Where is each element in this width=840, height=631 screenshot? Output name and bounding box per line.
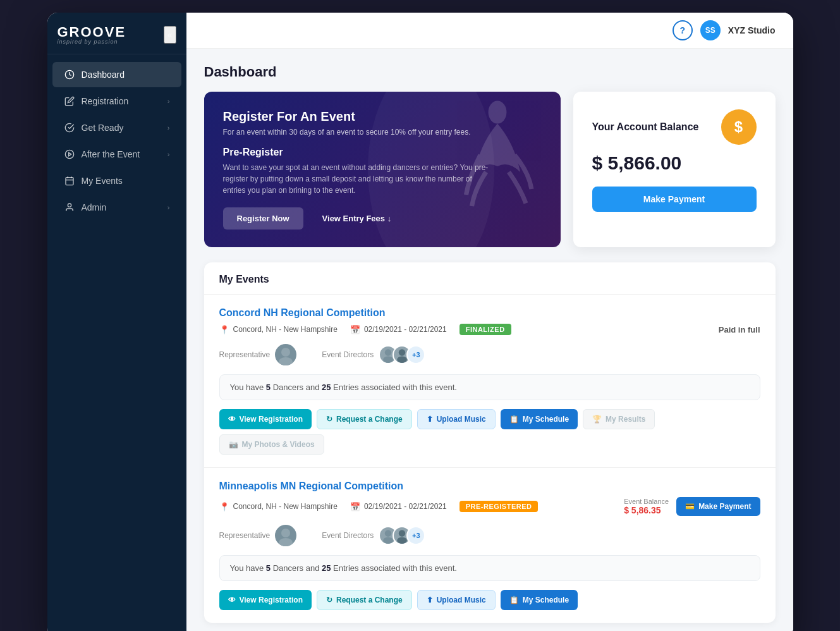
svg-point-13 xyxy=(399,349,405,355)
upload-music-btn-1[interactable]: ⬆ Upload Music xyxy=(417,409,496,429)
chevron-right-icon-4: › xyxy=(167,204,170,211)
dollar-icon: $ xyxy=(721,109,757,145)
sidebar-label-get-ready: Get Ready xyxy=(82,123,124,133)
svg-point-17 xyxy=(385,530,391,536)
register-card: Register For An Event For an event withi… xyxy=(204,92,561,247)
svg-point-11 xyxy=(385,349,391,355)
svg-point-18 xyxy=(383,537,393,544)
user-avatar: SS xyxy=(700,20,721,40)
register-card-desc: For an event within 30 days of an event … xyxy=(223,126,542,138)
request-change-btn-1[interactable]: ↻ Request a Change xyxy=(317,409,412,429)
events-section: My Events Concord NH Regional Competitio… xyxy=(204,262,776,623)
studio-name: XYZ Studio xyxy=(728,25,776,35)
schedule-icon: 📋 xyxy=(509,415,519,424)
request-change-btn-2[interactable]: ↻ Request a Change xyxy=(317,590,412,610)
refresh-icon-2: ↻ xyxy=(326,596,332,604)
main-content: ? SS XYZ Studio Dashboard xyxy=(186,13,793,631)
check-circle-icon xyxy=(64,122,75,133)
event-directors-row-2: Representative Event Directors xyxy=(219,525,760,546)
speedometer-icon xyxy=(64,69,75,80)
location-icon-2: 📍 xyxy=(219,502,229,512)
person-icon xyxy=(64,202,75,213)
make-payment-button[interactable]: Make Payment xyxy=(592,187,757,212)
balance-header: Your Account Balance $ xyxy=(592,109,757,145)
directors-avatars-2: +3 xyxy=(379,526,425,545)
events-section-title: My Events xyxy=(219,274,760,285)
my-results-btn-1: 🏆 My Results xyxy=(583,409,655,429)
event-name-2[interactable]: Minneapolis MN Regional Competition xyxy=(219,481,760,492)
svg-point-14 xyxy=(397,357,407,363)
representative-group-1: Representative xyxy=(219,344,297,365)
sidebar-item-my-events[interactable]: My Events xyxy=(52,168,181,193)
entries-count-2: 25 xyxy=(322,563,331,573)
svg-point-19 xyxy=(399,530,405,536)
entry-summary-1: You have 5 Dancers and 25 Entries associ… xyxy=(219,374,760,400)
event-location-1: 📍 Concord, NH - New Hampshire xyxy=(219,325,338,334)
event-balance-2: Event Balance $ 5,86.35 xyxy=(624,498,669,515)
location-icon: 📍 xyxy=(219,325,229,334)
view-registration-btn-1[interactable]: 👁 View Registration xyxy=(219,409,312,429)
sidebar-header: GROOVE inspired by passion « xyxy=(47,13,186,54)
sidebar-item-admin[interactable]: Admin › xyxy=(52,195,181,220)
event-badge-1: FINALIZED xyxy=(460,324,511,335)
topbar-right: ? SS XYZ Studio xyxy=(673,20,776,40)
dancers-count-1: 5 xyxy=(266,383,271,392)
my-photos-videos-btn-1: 📷 My Photos & Videos xyxy=(219,434,324,455)
event-item-1: Concord NH Regional Competition 📍 Concor… xyxy=(204,295,776,468)
app-wrapper: GROOVE inspired by passion « Dashboard xyxy=(47,13,793,631)
pre-register-desc: Want to save your spot at an event witho… xyxy=(223,162,489,196)
page-title: Dashboard xyxy=(204,64,776,80)
calendar-icon xyxy=(64,175,75,187)
sidebar-label-admin: Admin xyxy=(82,202,107,212)
events-header: My Events xyxy=(204,262,776,295)
rep-avatar-1 xyxy=(275,344,296,365)
sidebar-label-dashboard: Dashboard xyxy=(82,70,125,80)
sidebar-label-registration: Registration xyxy=(82,96,129,106)
topbar: ? SS XYZ Studio xyxy=(186,13,793,49)
sidebar-item-registration[interactable]: Registration › xyxy=(52,89,181,114)
directors-group-1: Event Directors +3 xyxy=(322,345,425,364)
hero-section: Register For An Event For an event withi… xyxy=(204,92,776,247)
my-schedule-btn-2[interactable]: 📋 My Schedule xyxy=(501,590,578,610)
balance-amount: $ 5,866.00 xyxy=(592,152,682,174)
chevron-right-icon-2: › xyxy=(167,124,170,132)
event-item-2: Minneapolis MN Regional Competition 📍 Co… xyxy=(204,468,776,623)
view-entry-fees-button[interactable]: View Entry Fees ↓ xyxy=(311,207,403,230)
my-schedule-btn-1[interactable]: 📋 My Schedule xyxy=(501,409,578,429)
balance-card: Your Account Balance $ $ 5,866.00 Make P… xyxy=(573,92,776,247)
dancer-decoration xyxy=(460,98,535,212)
register-now-button[interactable]: Register Now xyxy=(223,207,303,230)
sidebar-item-get-ready[interactable]: Get Ready › xyxy=(52,115,181,140)
event-dates-1: 📅 02/19/2021 - 02/21/2021 xyxy=(350,325,447,334)
page-content: Dashboard Register For An Event For an e… xyxy=(186,49,793,631)
svg-point-12 xyxy=(383,357,393,363)
rep-label-1: Representative xyxy=(219,350,271,359)
logo-sub: inspired by passion xyxy=(58,39,126,45)
sidebar-item-dashboard[interactable]: Dashboard xyxy=(52,62,181,87)
register-card-title: Register For An Event xyxy=(223,109,542,124)
entry-summary-2: You have 5 Dancers and 25 Entries associ… xyxy=(219,555,760,581)
trophy-icon: 🏆 xyxy=(592,415,602,424)
upload-icon-2: ⬆ xyxy=(427,596,433,604)
event-actions-2: 👁 View Registration ↻ Request a Change ⬆… xyxy=(219,590,760,610)
directors-group-2: Event Directors +3 xyxy=(322,526,425,545)
rep-avatar-2 xyxy=(275,525,296,546)
upload-music-btn-2[interactable]: ⬆ Upload Music xyxy=(417,590,496,610)
sidebar-item-after-event[interactable]: After the Event › xyxy=(52,142,181,167)
svg-point-20 xyxy=(397,537,407,544)
event-balance-amount-2: $ 5,86.35 xyxy=(624,505,669,515)
sidebar-label-my-events: My Events xyxy=(82,176,123,186)
view-registration-btn-2[interactable]: 👁 View Registration xyxy=(219,590,312,610)
directors-label-1: Event Directors xyxy=(322,350,374,359)
logo: GROOVE inspired by passion xyxy=(58,24,126,45)
help-button[interactable]: ? xyxy=(673,20,693,40)
camera-icon: 📷 xyxy=(229,440,238,449)
svg-point-9 xyxy=(281,348,290,357)
make-payment-btn-2[interactable]: 💳 Make Payment xyxy=(676,497,760,516)
directors-label-2: Event Directors xyxy=(322,531,374,540)
collapse-button[interactable]: « xyxy=(164,26,176,44)
pre-register-title: Pre-Register xyxy=(223,147,542,158)
event-name-1[interactable]: Concord NH Regional Competition xyxy=(219,307,760,319)
pencil-icon xyxy=(64,95,75,107)
svg-rect-3 xyxy=(66,178,73,185)
